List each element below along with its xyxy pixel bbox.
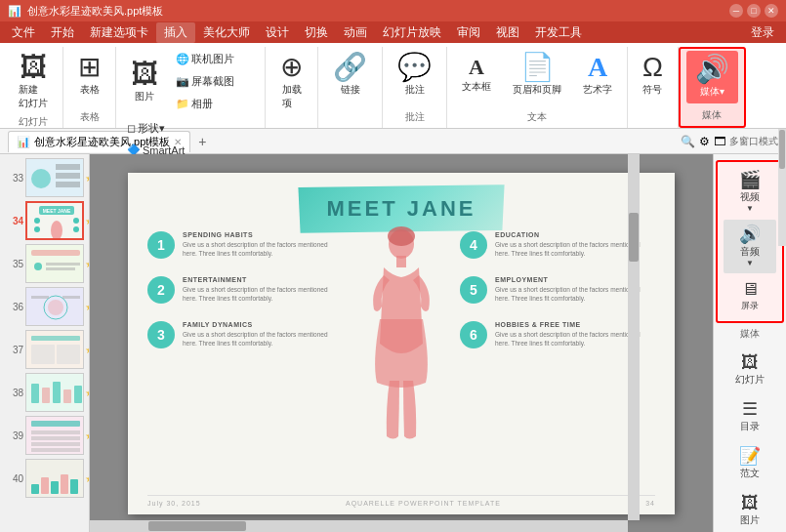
star-40: ★ xyxy=(85,473,89,484)
menu-dev[interactable]: 开发工具 xyxy=(527,22,590,43)
footer-date: July 30, 2015 xyxy=(147,500,201,507)
star-34: ★ xyxy=(85,216,89,226)
header-footer-btn[interactable]: 📄 页眉和页脚 xyxy=(504,49,570,102)
footer-page: 34 xyxy=(645,500,655,507)
sidebar-template-btn[interactable]: 📝 范文 xyxy=(718,441,782,486)
menu-view[interactable]: 视图 xyxy=(488,22,527,43)
slide-thumb-35[interactable]: 35 ★ xyxy=(4,244,85,283)
svg-point-46 xyxy=(388,226,415,246)
menu-animation[interactable]: 动画 xyxy=(336,22,375,43)
slide-thumb-37[interactable]: 37 ★ xyxy=(4,330,85,369)
shapes-btn[interactable]: ◻ 形状▾ xyxy=(122,118,189,139)
canvas-scrollbar-h-thumb[interactable] xyxy=(148,521,246,531)
sidebar-image-btn[interactable]: 🖼 图片 xyxy=(718,488,782,532)
menu-start[interactable]: 开始 xyxy=(43,22,82,43)
slide-img-37 xyxy=(25,330,84,369)
sidebar-screenrecord-btn[interactable]: 🖥 屏录 xyxy=(724,274,776,318)
svg-rect-30 xyxy=(53,382,61,403)
maximize-btn[interactable]: □ xyxy=(747,4,761,18)
ribbon-group-comment: 💬 批注 批注 xyxy=(383,47,447,128)
menu-beautify[interactable]: 美化大师 xyxy=(195,22,258,43)
svg-rect-42 xyxy=(51,481,59,494)
ribbon-group-table: ⊞ 表格 表格 xyxy=(63,47,116,128)
sidebar-slide-btn[interactable]: 🖼 幻灯片 xyxy=(718,348,782,392)
new-slide-icon: 🖼 xyxy=(20,54,47,81)
svg-rect-14 xyxy=(31,250,80,256)
media-btn[interactable]: 🔊 媒体▾ xyxy=(686,51,738,103)
menu-slideshow[interactable]: 幻灯片放映 xyxy=(375,22,449,43)
menu-design[interactable]: 设计 xyxy=(258,22,297,43)
canvas-scrollbar-v[interactable] xyxy=(628,154,640,520)
album-label: 相册 xyxy=(191,97,213,111)
comment-btn[interactable]: 💬 批注 xyxy=(389,49,440,102)
window-mode-icon[interactable]: 🗖 xyxy=(714,135,725,148)
link-btn[interactable]: 🔗 链接 xyxy=(324,49,376,102)
star-36: ★ xyxy=(85,302,89,312)
slide-thumb-34[interactable]: 34 MEET JANE ★ xyxy=(4,201,85,240)
new-slide-btn[interactable]: 🖼 新建幻灯片 xyxy=(10,49,57,115)
svg-rect-40 xyxy=(31,484,39,494)
slide-img-33 xyxy=(25,158,84,197)
media-section-highlight: 🎬 视频 ▼ 🔊 音频 ▼ 🖥 屏录 xyxy=(716,160,784,323)
info-item-6: 6 HOBBIES & Free time Give us a short de… xyxy=(460,321,655,348)
svg-rect-29 xyxy=(42,388,50,403)
slide-thumb-39[interactable]: 39 ★ xyxy=(4,416,85,455)
svg-rect-44 xyxy=(70,479,78,494)
sidebar-toc-btn[interactable]: ☰ 目录 xyxy=(718,394,782,439)
textbox-btn[interactable]: A 文本框 xyxy=(453,52,500,99)
svg-rect-47 xyxy=(396,256,406,267)
slide-num-33: 33 xyxy=(4,173,23,184)
info-num-2: 2 xyxy=(147,276,175,304)
addins-btn[interactable]: ⊕ 加载项 xyxy=(271,49,311,115)
menu-new-tab[interactable]: 新建选项卡 xyxy=(82,22,156,43)
canvas-scrollbar-h[interactable] xyxy=(90,520,628,532)
menu-review[interactable]: 审阅 xyxy=(449,22,488,43)
svg-rect-25 xyxy=(31,345,55,364)
svg-rect-38 xyxy=(31,448,80,452)
toc-icon: ☰ xyxy=(742,400,758,418)
ribbon-group-addins: ⊕ 加载项 xyxy=(266,47,318,128)
slide-img-40 xyxy=(25,459,84,498)
minimize-btn[interactable]: ─ xyxy=(729,4,743,18)
info-num-1: 1 xyxy=(147,231,175,259)
menu-transition[interactable]: 切换 xyxy=(297,22,336,43)
close-btn[interactable]: ✕ xyxy=(765,4,778,18)
star-33: ★ xyxy=(85,173,89,184)
online-picture-btn[interactable]: 🌐 联机图片 xyxy=(171,49,239,69)
slide-num-35: 35 xyxy=(4,259,23,269)
album-btn[interactable]: 📁 相册 xyxy=(171,94,239,114)
settings-icon[interactable]: ⚙ xyxy=(699,135,710,148)
sidebar-video-btn[interactable]: 🎬 视频 ▼ xyxy=(724,165,776,219)
sidebar-video-label: 视频 xyxy=(740,190,760,204)
ppt-icon: 📊 xyxy=(17,136,30,148)
online-picture-icon: 🌐 xyxy=(176,53,189,65)
table-btn[interactable]: ⊞ 表格 xyxy=(69,49,109,102)
image-sidebar-icon: 🖼 xyxy=(741,494,759,512)
picture-btn[interactable]: 🖼 图片 xyxy=(122,56,167,108)
search-icon[interactable]: 🔍 xyxy=(681,135,695,148)
menu-file[interactable]: 文件 xyxy=(4,22,43,43)
svg-rect-35 xyxy=(31,430,80,434)
canvas-scrollbar-v-thumb[interactable] xyxy=(629,213,639,262)
info-num-3: 3 xyxy=(147,321,175,348)
wordart-btn[interactable]: A 艺术字 xyxy=(574,49,621,102)
svg-point-15 xyxy=(34,263,42,270)
symbol-btn[interactable]: Ω 符号 xyxy=(634,49,672,102)
menu-insert[interactable]: 插入 xyxy=(156,22,195,43)
multi-window-label[interactable]: 多窗口模式 xyxy=(729,135,778,148)
title-bar: 📊 创意水彩星迹欧美风.ppt模板 ─ □ ✕ xyxy=(0,0,786,21)
sidebar-audio-btn[interactable]: 🔊 音频 ▼ xyxy=(724,220,776,273)
comment-icon: 💬 xyxy=(397,54,432,81)
slide-thumb-40[interactable]: 40 ★ xyxy=(4,459,85,498)
sidebar-audio-label: 音频 xyxy=(740,245,760,259)
slide-thumb-33[interactable]: 33 ★ xyxy=(4,158,85,197)
info-num-6: 6 xyxy=(460,321,487,348)
left-column: 1 SPENDING HABITS Give us a short descri… xyxy=(147,231,343,366)
tab-bar: 📊 创意水彩星迹欧美风.ppt模板 ✕ + 🔍 ⚙ 🗖 多窗口模式 xyxy=(0,129,786,154)
slide-thumb-36[interactable]: 36 ★ xyxy=(4,287,85,326)
slide-num-39: 39 xyxy=(4,430,23,441)
screenshot-btn[interactable]: 📷 屏幕截图 xyxy=(171,71,239,92)
window-controls: ─ □ ✕ xyxy=(729,4,778,18)
menu-login[interactable]: 登录 xyxy=(743,22,782,43)
slide-thumb-38[interactable]: 38 ★ xyxy=(4,373,85,412)
